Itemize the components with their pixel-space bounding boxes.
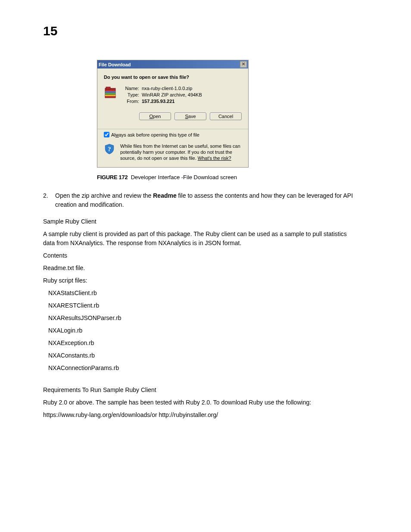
list-item: NXAStatsClient.rb bbox=[43, 289, 353, 298]
para-req-2: https://www.ruby-lang.org/en/downloads/o… bbox=[43, 411, 353, 420]
svg-rect-3 bbox=[105, 93, 115, 94]
shield-help-icon: ? bbox=[104, 143, 116, 161]
meta-type-label: Type: bbox=[121, 92, 142, 97]
chapter-number: 15 bbox=[43, 24, 394, 38]
para-req-1: Ruby 2.0 or above. The sample has been t… bbox=[43, 398, 353, 407]
heading-sample-client: Sample Ruby Client bbox=[43, 217, 353, 226]
always-ask-checkbox[interactable] bbox=[104, 132, 109, 137]
svg-text:?: ? bbox=[108, 146, 111, 152]
meta-name-label: Name: bbox=[121, 86, 142, 91]
close-icon[interactable]: ✕ bbox=[240, 61, 247, 68]
dialog-prompt: Do you want to open or save this file? bbox=[104, 75, 242, 80]
file-download-dialog: File Download ✕ Do you want to open or s… bbox=[97, 60, 249, 168]
ruby-files-heading: Ruby script files: bbox=[43, 276, 353, 285]
save-button[interactable]: Save bbox=[174, 112, 206, 120]
warning-text: While files from the Internet can be use… bbox=[120, 143, 242, 161]
dialog-title: File Download bbox=[99, 62, 131, 67]
list-item: NXAConstants.rb bbox=[43, 351, 353, 360]
readme-line: Readme.txt file. bbox=[43, 264, 353, 273]
svg-rect-5 bbox=[106, 87, 110, 89]
dialog-titlebar: File Download ✕ bbox=[97, 60, 248, 68]
heading-contents: Contents bbox=[43, 251, 353, 260]
meta-from-value: 157.235.93.221 bbox=[142, 99, 242, 104]
open-button[interactable]: Open bbox=[139, 112, 171, 120]
meta-name-value: nxa-ruby-client-1.0.0.zip bbox=[142, 86, 242, 91]
heading-requirements: Requirements To Run Sample Ruby Client bbox=[43, 386, 353, 395]
meta-type-value: WinRAR ZIP archive, 494KB bbox=[142, 92, 242, 97]
cancel-button[interactable]: Cancel bbox=[210, 112, 242, 120]
step-text: Open the zip archive and review the Read… bbox=[55, 191, 353, 209]
svg-rect-4 bbox=[105, 95, 115, 96]
archive-icon bbox=[104, 86, 121, 124]
always-ask-label: Always ask before opening this type of f… bbox=[111, 132, 199, 137]
svg-rect-2 bbox=[105, 91, 115, 93]
list-item: NXAConnectionParams.rb bbox=[43, 364, 353, 373]
risk-link[interactable]: What's the risk? bbox=[198, 156, 231, 161]
list-item: NXALogin.rb bbox=[43, 326, 353, 335]
para-sample-client: A sample ruby client is provided as part… bbox=[43, 230, 353, 248]
figure-caption: FIGURE 172 Developer Interface -File Dow… bbox=[97, 174, 394, 180]
step-number: 2. bbox=[43, 191, 55, 209]
meta-from-label: From: bbox=[121, 99, 142, 104]
list-item: NXARESTClient.rb bbox=[43, 301, 353, 310]
list-item: NXAException.rb bbox=[43, 339, 353, 348]
list-item: NXAResultsJSONParser.rb bbox=[43, 314, 353, 323]
